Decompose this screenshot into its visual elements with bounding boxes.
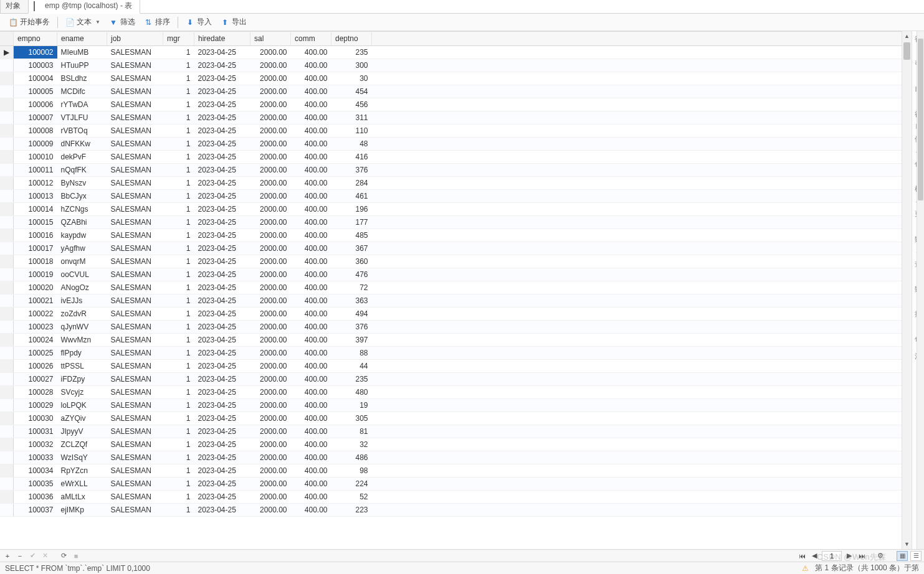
- cell[interactable]: 2000.00: [250, 242, 291, 255]
- import-button[interactable]: ⬇ 导入: [182, 15, 216, 29]
- cell[interactable]: 100008: [14, 125, 57, 138]
- cell[interactable]: 224: [331, 478, 372, 491]
- grid-view-button[interactable]: ▦: [897, 551, 908, 561]
- cell[interactable]: 48: [331, 138, 372, 151]
- cell[interactable]: 400.00: [291, 399, 331, 412]
- row-handle[interactable]: [0, 334, 14, 347]
- cell[interactable]: loLPQK: [57, 399, 107, 412]
- cell[interactable]: 2023-04-25: [194, 478, 250, 491]
- cell[interactable]: 100037: [14, 504, 57, 517]
- cell[interactable]: SALESMAN: [107, 347, 163, 360]
- cell[interactable]: 456: [331, 98, 372, 111]
- cell[interactable]: SALESMAN: [107, 504, 163, 517]
- cell[interactable]: 32: [331, 438, 372, 451]
- cell[interactable]: 2000.00: [250, 464, 291, 478]
- cell[interactable]: 1: [163, 425, 194, 438]
- cell[interactable]: eWrXLL: [57, 478, 107, 491]
- cell[interactable]: 2000.00: [250, 504, 291, 517]
- cell[interactable]: 486: [331, 451, 372, 464]
- cell[interactable]: 400.00: [291, 386, 331, 399]
- cell[interactable]: SVcyjz: [57, 386, 107, 399]
- tab-emp-table[interactable]: emp @tmp (localhost) - 表: [28, 0, 140, 14]
- cell[interactable]: 400.00: [291, 138, 331, 151]
- prev-page-button[interactable]: ◀: [809, 551, 819, 561]
- table-row[interactable]: 100010dekPvFSALESMAN12023-04-252000.0040…: [0, 151, 912, 164]
- cell[interactable]: 305: [331, 412, 372, 425]
- form-view-button[interactable]: ☰: [910, 551, 922, 561]
- cell[interactable]: 476: [331, 268, 372, 281]
- row-handle[interactable]: [0, 491, 14, 504]
- row-handle[interactable]: [0, 125, 14, 138]
- cell[interactable]: 2023-04-25: [194, 111, 250, 125]
- cell[interactable]: 2023-04-25: [194, 504, 250, 517]
- table-row[interactable]: 100024WwvMznSALESMAN12023-04-252000.0040…: [0, 334, 912, 347]
- cell[interactable]: SALESMAN: [107, 98, 163, 111]
- cell[interactable]: 2000.00: [250, 85, 291, 98]
- row-handle[interactable]: [0, 255, 14, 268]
- cell[interactable]: 2000.00: [250, 360, 291, 373]
- cell[interactable]: 2000.00: [250, 334, 291, 347]
- cell[interactable]: 2023-04-25: [194, 216, 250, 229]
- cell[interactable]: 2000.00: [250, 425, 291, 438]
- page-input[interactable]: [822, 551, 842, 561]
- cell[interactable]: 1: [163, 138, 194, 151]
- cell[interactable]: 2000.00: [250, 111, 291, 125]
- cell[interactable]: zoZdvR: [57, 308, 107, 321]
- cell[interactable]: 110: [331, 125, 372, 138]
- commit-button[interactable]: ✔: [27, 551, 37, 561]
- cell[interactable]: 400.00: [291, 125, 331, 138]
- cell[interactable]: VTJLFU: [57, 111, 107, 125]
- cell[interactable]: 235: [331, 46, 372, 59]
- cell[interactable]: 1: [163, 334, 194, 347]
- row-handle[interactable]: [0, 242, 14, 255]
- table-row[interactable]: 100034RpYZcnSALESMAN12023-04-252000.0040…: [0, 464, 912, 478]
- cell[interactable]: SALESMAN: [107, 242, 163, 255]
- scroll-down-icon[interactable]: ▼: [902, 539, 912, 549]
- cell[interactable]: 1: [163, 59, 194, 72]
- cell[interactable]: 2000.00: [250, 138, 291, 151]
- cell[interactable]: 1: [163, 478, 194, 491]
- cell[interactable]: 311: [331, 111, 372, 125]
- cell[interactable]: 2000.00: [250, 203, 291, 216]
- cell[interactable]: 100022: [14, 308, 57, 321]
- cell[interactable]: 100015: [14, 216, 57, 229]
- cell[interactable]: 100002: [14, 46, 57, 59]
- text-button[interactable]: 📄 文本 ▼: [62, 15, 104, 29]
- cell[interactable]: 100024: [14, 334, 57, 347]
- cell[interactable]: ZCLZQf: [57, 438, 107, 451]
- cell[interactable]: 1: [163, 242, 194, 255]
- cell[interactable]: 400.00: [291, 373, 331, 386]
- cell[interactable]: 100012: [14, 177, 57, 190]
- cell[interactable]: 1: [163, 347, 194, 360]
- cell[interactable]: 2023-04-25: [194, 281, 250, 294]
- row-handle[interactable]: [0, 98, 14, 111]
- cell[interactable]: 2023-04-25: [194, 412, 250, 425]
- cell[interactable]: rYTwDA: [57, 98, 107, 111]
- table-row[interactable]: 100027iFDZpySALESMAN12023-04-252000.0040…: [0, 373, 912, 386]
- cell[interactable]: 1: [163, 281, 194, 294]
- cancel-button[interactable]: ✕: [40, 551, 50, 561]
- cell[interactable]: 100023: [14, 321, 57, 334]
- cell[interactable]: 2000.00: [250, 294, 291, 308]
- cell[interactable]: 2023-04-25: [194, 399, 250, 412]
- cell[interactable]: 100036: [14, 491, 57, 504]
- cell[interactable]: 1: [163, 190, 194, 203]
- cell[interactable]: 376: [331, 321, 372, 334]
- cell[interactable]: ByNszv: [57, 177, 107, 190]
- cell[interactable]: SALESMAN: [107, 399, 163, 412]
- table-row[interactable]: 100005MCDifcSALESMAN12023-04-252000.0040…: [0, 85, 912, 98]
- cell[interactable]: SALESMAN: [107, 321, 163, 334]
- cell[interactable]: SALESMAN: [107, 151, 163, 164]
- cell[interactable]: 461: [331, 190, 372, 203]
- cell[interactable]: 300: [331, 59, 372, 72]
- cell[interactable]: 100018: [14, 255, 57, 268]
- cell[interactable]: 2000.00: [250, 229, 291, 242]
- cell[interactable]: 400.00: [291, 412, 331, 425]
- cell[interactable]: 1: [163, 164, 194, 177]
- table-row[interactable]: 100031JIpyyVSALESMAN12023-04-252000.0040…: [0, 425, 912, 438]
- cell[interactable]: SALESMAN: [107, 203, 163, 216]
- last-page-button[interactable]: ⏭: [857, 551, 867, 561]
- cell[interactable]: 100006: [14, 98, 57, 111]
- cell[interactable]: 2000.00: [250, 308, 291, 321]
- cell[interactable]: 2023-04-25: [194, 203, 250, 216]
